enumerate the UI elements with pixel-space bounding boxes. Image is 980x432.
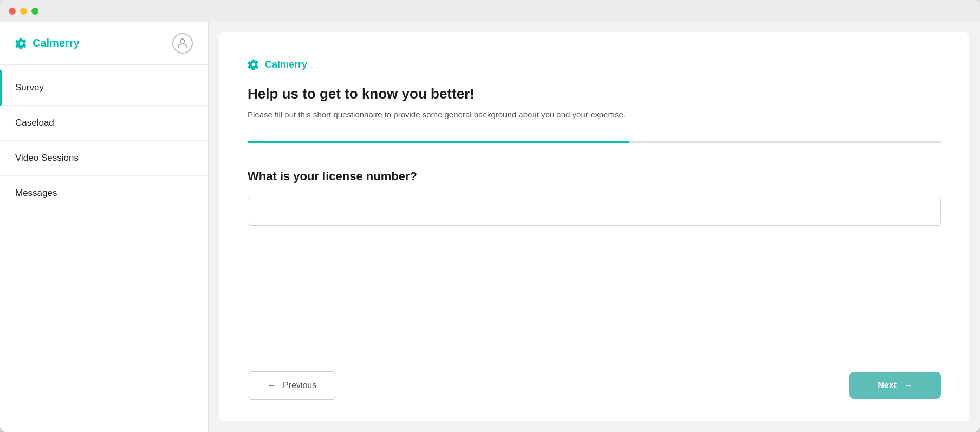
user-avatar-button[interactable]	[172, 33, 193, 54]
survey-subheading: Please fill out this short questionnaire…	[248, 109, 941, 121]
next-button[interactable]: Next →	[849, 372, 941, 399]
logo: Calmerry	[15, 37, 80, 49]
window-body: Calmerry Survey Caseload Video Sess	[0, 22, 980, 432]
app-window: Calmerry Survey Caseload Video Sess	[0, 0, 980, 432]
titlebar	[0, 0, 980, 22]
sidebar-nav: Survey Caseload Video Sessions Messages	[0, 65, 208, 432]
sidebar: Calmerry Survey Caseload Video Sess	[0, 22, 209, 432]
progress-bar-container	[248, 141, 941, 143]
content-brand-header: Calmerry	[248, 58, 941, 70]
logo-gear-icon	[15, 37, 27, 49]
content-brand-name: Calmerry	[265, 59, 307, 70]
next-button-label: Next	[878, 381, 897, 390]
sidebar-header: Calmerry	[0, 22, 208, 65]
maximize-button[interactable]	[31, 8, 38, 15]
sidebar-item-video-sessions[interactable]: Video Sessions	[0, 141, 208, 176]
previous-button[interactable]: ← Previous	[248, 371, 336, 400]
svg-point-0	[180, 39, 185, 43]
question-label: What is your license number?	[248, 169, 941, 184]
license-number-input[interactable]	[248, 197, 941, 226]
bottom-nav: ← Previous Next →	[248, 350, 941, 400]
arrow-right-icon: →	[904, 381, 913, 390]
arrow-left-icon: ←	[268, 381, 276, 390]
previous-button-label: Previous	[283, 381, 316, 390]
progress-bar-fill	[248, 141, 629, 143]
minimize-button[interactable]	[20, 8, 27, 15]
sidebar-item-messages[interactable]: Messages	[0, 176, 208, 211]
close-button[interactable]	[9, 8, 16, 15]
content-gear-icon	[248, 58, 259, 70]
sidebar-item-survey[interactable]: Survey	[0, 70, 208, 106]
survey-heading: Help us to get to know you better!	[248, 86, 941, 102]
main-area: Calmerry Help us to get to know you bett…	[209, 22, 980, 432]
sidebar-item-caseload[interactable]: Caseload	[0, 106, 208, 141]
content-panel: Calmerry Help us to get to know you bett…	[219, 32, 969, 421]
logo-text: Calmerry	[33, 37, 80, 49]
